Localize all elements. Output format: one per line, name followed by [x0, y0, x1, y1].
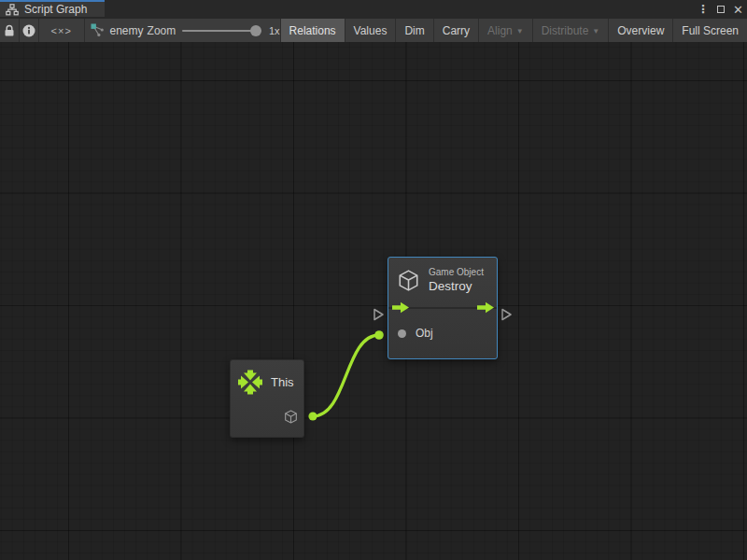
connection-start-dot[interactable]	[308, 412, 317, 420]
this-node-header: This	[231, 360, 303, 395]
graph-canvas[interactable]: Game Object Destroy Obj	[0, 42, 747, 560]
chevron-down-icon: ▼	[516, 28, 524, 35]
connection-layer	[0, 42, 747, 560]
flow-output-port-triangle[interactable]	[500, 307, 513, 322]
distribute-dropdown[interactable]: Distribute ▼	[532, 19, 609, 42]
lock-button[interactable]	[0, 19, 20, 42]
full-screen-label: Full Screen	[682, 24, 739, 37]
align-dropdown[interactable]: Align ▼	[478, 19, 532, 42]
flow-port-row	[388, 301, 497, 317]
lock-icon	[2, 23, 17, 38]
flow-out-arrow-icon[interactable]	[477, 301, 495, 314]
node-title: Destroy	[429, 279, 484, 293]
connection-end-dot[interactable]	[374, 330, 384, 340]
carry-button[interactable]: Carry	[433, 19, 478, 42]
dim-button[interactable]: Dim	[395, 19, 432, 42]
obj-input-port[interactable]	[398, 329, 406, 338]
game-object-cube-icon	[396, 268, 421, 293]
overview-button[interactable]: Overview	[608, 19, 672, 42]
this-self-icon	[238, 370, 262, 395]
code-preview-toggle[interactable]: <×>	[39, 19, 85, 42]
node-category: Game Object	[429, 267, 484, 277]
dim-label: Dim	[404, 24, 424, 37]
destroy-node[interactable]: Game Object Destroy Obj	[388, 257, 498, 359]
tab-script-graph[interactable]: Script Graph	[0, 0, 105, 17]
overview-label: Overview	[617, 24, 664, 37]
align-label: Align	[487, 24, 513, 37]
script-graph-asset-icon	[91, 23, 105, 37]
zoom-label: Zoom	[148, 24, 176, 37]
zoom-slider[interactable]	[182, 25, 261, 36]
zoom-slider-thumb[interactable]	[250, 25, 261, 36]
more-menu-icon[interactable]: ⋮	[698, 4, 709, 15]
code-toggle-glyph: <×>	[51, 25, 72, 36]
info-icon	[21, 23, 36, 38]
graph-tab-icon	[6, 4, 19, 16]
graph-breadcrumb[interactable]: enemy	[85, 19, 144, 42]
zoom-value: 1x	[269, 25, 280, 36]
script-graph-window: Script Graph ⋮ ✕ <×>	[0, 0, 747, 560]
destroy-node-titles: Game Object Destroy	[429, 267, 484, 293]
toolbar: <×> enemy Zoom 1x Relations Values	[0, 19, 747, 42]
this-node-title: This	[271, 375, 294, 389]
inspector-button[interactable]	[20, 19, 39, 42]
maximize-icon[interactable]	[717, 6, 725, 13]
carry-label: Carry	[443, 24, 470, 37]
destroy-node-header: Game Object Destroy	[388, 258, 497, 299]
obj-port-label: Obj	[416, 327, 433, 340]
values-label: Values	[354, 24, 388, 37]
obj-port-row: Obj	[388, 317, 497, 340]
relations-button[interactable]: Relations	[280, 19, 345, 42]
chevron-down-icon: ▼	[592, 28, 599, 35]
graph-name: enemy	[110, 24, 144, 37]
titlebar: Script Graph ⋮ ✕	[0, 0, 747, 19]
relations-label: Relations	[289, 24, 336, 37]
connection-wire	[313, 335, 379, 416]
this-node[interactable]: This	[230, 359, 304, 438]
tab-label: Script Graph	[24, 3, 87, 16]
full-screen-button[interactable]: Full Screen	[672, 19, 747, 42]
distribute-label: Distribute	[542, 24, 589, 37]
flow-input-port-triangle[interactable]	[373, 307, 385, 322]
values-button[interactable]: Values	[345, 19, 396, 42]
zoom-control: Zoom 1x	[144, 19, 280, 42]
flow-in-arrow-icon[interactable]	[392, 301, 410, 314]
titlebar-icons: ⋮ ✕	[698, 0, 743, 19]
close-icon[interactable]: ✕	[733, 4, 743, 16]
gameobject-output-port-cube-icon[interactable]	[283, 409, 299, 425]
